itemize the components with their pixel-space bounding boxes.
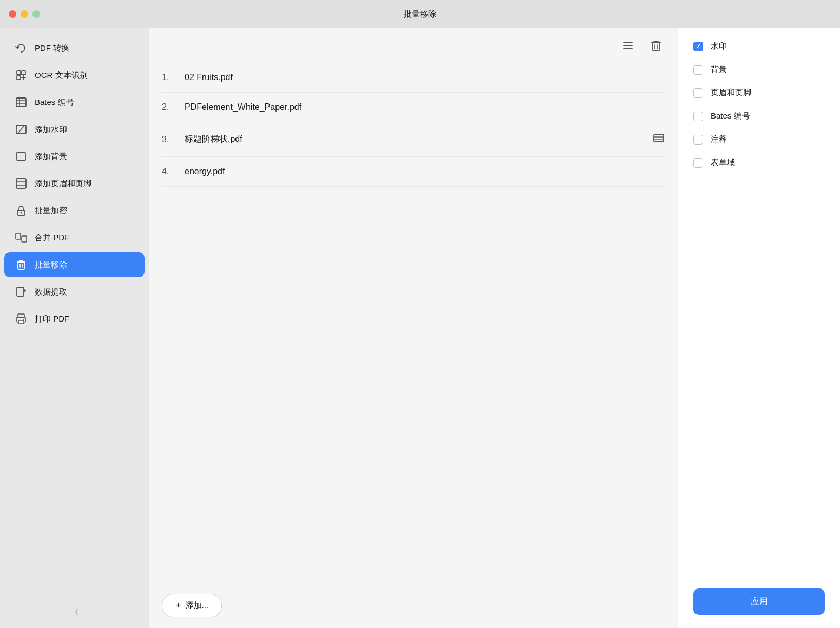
file-number-2: 2. [162,102,178,112]
sidebar-item-add-watermark[interactable]: 添加水印 [4,117,145,142]
sidebar-item-print-pdf[interactable]: 打印 PDF [4,306,145,331]
merge-pdf-icon [15,232,27,244]
svg-point-14 [21,212,22,214]
sidebar-item-add-header-footer[interactable]: 添加页眉和页脚 [4,171,145,196]
sidebar-label-add-watermark: 添加水印 [35,125,67,135]
titlebar: 批量移除 [0,0,840,28]
file-item-4: 4. energy.pdf [162,157,665,187]
sidebar-label-batch-remove: 批量移除 [35,260,67,270]
add-header-footer-icon [15,178,27,189]
sidebar-item-batch-encrypt[interactable]: 批量加密 [4,198,145,223]
checkbox-item-background[interactable]: 背景 [693,64,825,75]
file-item-icon-3 [653,132,665,147]
checkbox-label-form-field: 表单域 [711,158,735,168]
file-name-1: 02 Fruits.pdf [185,73,233,82]
svg-rect-3 [16,98,26,107]
add-files-label: 添加... [186,600,209,611]
sidebar-label-pdf-convert: PDF 转换 [35,43,69,54]
checkbox-label-bates-number: Bates 编号 [711,111,750,121]
add-background-icon [15,151,27,162]
sidebar: PDF 转换 OCR 文本识别 [0,28,149,628]
close-button[interactable] [9,10,16,18]
checkbox-header-footer[interactable] [693,88,703,98]
checkbox-item-form-field[interactable]: 表单域 [693,158,825,168]
file-name-4: energy.pdf [185,167,225,176]
file-number-1: 1. [162,73,178,82]
sidebar-item-merge-pdf[interactable]: 合并 PDF [4,225,145,250]
sidebar-label-bates: Bates 编号 [35,97,74,108]
checkbox-group: 水印 背景 页眉和页脚 Bates 编号 注释 [693,41,825,575]
checkbox-annotation[interactable] [693,135,703,145]
checkbox-item-bates-number[interactable]: Bates 编号 [693,111,825,121]
ocr-icon [15,69,27,81]
checkbox-background[interactable] [693,65,703,75]
sidebar-item-ocr[interactable]: OCR 文本识别 [4,63,145,88]
svg-rect-23 [18,320,24,324]
svg-rect-17 [18,262,24,269]
maximize-button[interactable] [32,10,40,18]
svg-rect-10 [16,179,26,188]
checkbox-watermark[interactable] [693,42,703,51]
sidebar-bottom: 《 [0,603,149,622]
file-number-3: 3. [162,135,178,145]
content-area: 1. 02 Fruits.pdf 2. PDFelement_White_Pap… [149,28,678,628]
sidebar-label-add-header-footer: 添加页眉和页脚 [35,179,91,189]
right-panel: 水印 背景 页眉和页脚 Bates 编号 注释 [678,28,840,628]
checkbox-item-header-footer[interactable]: 页眉和页脚 [693,88,825,98]
svg-rect-0 [17,71,21,75]
checkbox-form-field[interactable] [693,158,703,168]
svg-rect-2 [17,76,21,80]
collapse-sidebar-button[interactable]: 《 [71,607,78,617]
bates-icon [15,96,27,108]
pdf-convert-icon [15,42,27,54]
print-pdf-icon [15,313,27,325]
add-files-plus-icon: + [175,600,181,611]
svg-rect-20 [17,287,24,296]
sidebar-label-batch-encrypt: 批量加密 [35,206,67,216]
sidebar-label-ocr: OCR 文本识别 [35,70,88,81]
file-item-left-2: 2. PDFelement_White_Paper.pdf [162,102,301,112]
checkbox-item-watermark[interactable]: 水印 [693,41,825,51]
file-list: 1. 02 Fruits.pdf 2. PDFelement_White_Pap… [149,63,678,583]
file-item-3: 3. 标题阶梯状.pdf [162,122,665,157]
svg-line-8 [18,126,24,133]
sidebar-label-data-extract: 数据提取 [35,287,67,297]
file-item-2: 2. PDFelement_White_Paper.pdf [162,93,665,122]
sidebar-label-merge-pdf: 合并 PDF [35,233,69,243]
file-number-4: 4. [162,167,178,176]
apply-button[interactable]: 应用 [693,588,825,615]
file-item-1: 1. 02 Fruits.pdf [162,63,665,93]
file-item-left-1: 1. 02 Fruits.pdf [162,73,233,82]
sidebar-label-add-background: 添加背景 [35,152,67,162]
checkbox-label-watermark: 水印 [711,41,727,51]
svg-rect-31 [654,134,664,142]
sidebar-item-add-background[interactable]: 添加背景 [4,144,145,169]
add-files-button[interactable]: + 添加... [162,594,222,617]
sidebar-item-bates[interactable]: Bates 编号 [4,90,145,115]
batch-remove-icon [15,259,27,271]
svg-point-24 [23,319,24,320]
batch-encrypt-icon [15,205,27,217]
sidebar-item-batch-remove[interactable]: 批量移除 [4,252,145,277]
checkbox-label-header-footer: 页眉和页脚 [711,88,751,98]
add-watermark-icon [15,123,27,135]
svg-rect-15 [16,233,21,239]
list-view-button[interactable] [619,37,636,54]
checkbox-item-annotation[interactable]: 注释 [693,134,825,145]
svg-rect-9 [17,152,25,161]
window-title: 批量移除 [404,9,436,19]
minimize-button[interactable] [21,10,28,18]
svg-rect-28 [652,43,660,50]
file-name-2: PDFelement_White_Paper.pdf [185,102,301,112]
checkbox-bates-number[interactable] [693,112,703,121]
file-item-left-4: 4. energy.pdf [162,167,225,176]
svg-rect-16 [22,236,27,242]
delete-all-button[interactable] [647,37,665,54]
file-item-left-3: 3. 标题阶梯状.pdf [162,134,242,145]
traffic-lights [9,10,40,18]
sidebar-item-data-extract[interactable]: 数据提取 [4,279,145,304]
content-toolbar [149,28,678,63]
main-container: PDF 转换 OCR 文本识别 [0,28,840,628]
sidebar-item-pdf-convert[interactable]: PDF 转换 [4,36,145,61]
svg-rect-1 [22,71,25,75]
